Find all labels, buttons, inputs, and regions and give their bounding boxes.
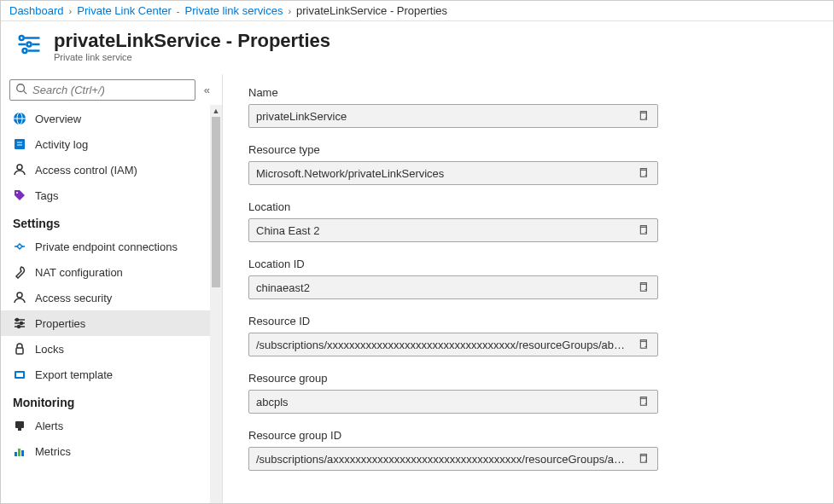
sidebar-item-locks[interactable]: Locks	[1, 336, 222, 362]
sidebar-item-access-security[interactable]: Access security	[1, 285, 222, 310]
sidebar-item-properties[interactable]: Properties	[1, 310, 222, 336]
main-content: Name privateLinkService Resource type Mi…	[223, 74, 833, 504]
wrench-icon	[13, 265, 26, 279]
sidebar-item-access-control[interactable]: Access control (IAM)	[1, 157, 222, 182]
svg-point-5	[23, 49, 27, 53]
svg-rect-30	[18, 428, 21, 431]
field-location: Location China East 2	[248, 200, 658, 242]
svg-point-0	[20, 36, 24, 40]
svg-point-23	[20, 322, 23, 325]
person-icon	[13, 291, 26, 304]
sidebar-scrollbar[interactable]: ▲	[210, 105, 222, 504]
sidebar-item-export-template[interactable]: Export template	[1, 362, 222, 387]
svg-point-7	[17, 84, 25, 92]
globe-icon	[13, 112, 26, 125]
scrollbar-thumb[interactable]	[212, 117, 220, 287]
svg-rect-36	[640, 227, 646, 234]
breadcrumb: Dashboard › Private Link Center - Privat…	[1, 1, 833, 21]
copy-icon[interactable]	[637, 223, 650, 237]
field-value-box: chinaeast2	[248, 275, 658, 299]
svg-rect-33	[21, 450, 24, 456]
svg-rect-39	[640, 398, 646, 405]
sidebar-item-alerts[interactable]: Alerts	[1, 413, 222, 438]
chevron-right-icon: ›	[69, 6, 73, 16]
breadcrumb-dashboard[interactable]: Dashboard	[9, 4, 64, 17]
sidebar-item-overview[interactable]: Overview	[1, 106, 222, 131]
svg-rect-26	[16, 348, 23, 354]
search-input[interactable]	[32, 84, 190, 96]
copy-icon[interactable]	[637, 281, 650, 294]
sidebar-item-label: Access security	[35, 292, 112, 304]
sidebar-item-label: Access control (IAM)	[35, 164, 137, 177]
svg-rect-35	[640, 170, 646, 177]
sidebar-item-label: Metrics	[35, 445, 71, 458]
svg-rect-34	[640, 113, 646, 119]
field-value-text: abcpls	[256, 396, 630, 408]
private-link-service-icon	[16, 32, 42, 57]
page-subtitle: Private link service	[54, 52, 330, 62]
sidebar-item-nat-configuration[interactable]: NAT configuration	[1, 259, 222, 285]
sidebar-item-label: Properties	[35, 317, 85, 330]
field-resource-group: Resource group abcpls	[248, 372, 658, 414]
sidebar-nav: Overview Activity log Access control (IA…	[1, 106, 222, 504]
sidebar-section-monitoring: Monitoring	[1, 387, 222, 413]
field-value-box: Microsoft.Network/privateLinkServices	[248, 161, 658, 185]
sidebar-item-private-endpoint-connections[interactable]: Private endpoint connections	[1, 234, 222, 259]
sidebar-item-tags[interactable]: Tags	[1, 182, 222, 208]
field-value-text: privateLinkService	[256, 110, 630, 123]
copy-icon[interactable]	[637, 166, 650, 180]
svg-rect-38	[640, 341, 646, 348]
sidebar-item-label: Export template	[35, 368, 113, 381]
field-value-box: abcpls	[248, 390, 658, 414]
breadcrumb-private-link-services[interactable]: Private link services	[185, 4, 283, 17]
page-header: privateLinkService - Properties Private …	[1, 21, 833, 74]
sidebar-item-label: Overview	[35, 113, 81, 125]
field-label: Resource type	[248, 143, 658, 156]
sidebar-item-label: NAT configuration	[35, 266, 123, 279]
copy-icon[interactable]	[637, 338, 650, 351]
field-value-text: China East 2	[256, 224, 630, 237]
sidebar-item-label: Private endpoint connections	[35, 240, 178, 253]
chart-icon	[13, 444, 26, 458]
field-label: Resource group	[248, 372, 658, 385]
search-input-container[interactable]	[9, 79, 195, 101]
collapse-sidebar-button[interactable]: «	[201, 84, 213, 96]
svg-rect-28	[16, 373, 23, 377]
field-value-text: /subscriptions/xxxxxxxxxxxxxxxxxxxxxxxxx…	[256, 339, 630, 351]
sidebar-item-label: Activity log	[35, 138, 88, 151]
sidebar-section-settings: Settings	[1, 208, 222, 234]
page-title: privateLinkService - Properties	[54, 30, 330, 52]
bell-icon	[13, 419, 26, 432]
sidebar-item-metrics[interactable]: Metrics	[1, 438, 222, 464]
svg-rect-12	[15, 139, 25, 149]
field-resource-type: Resource type Microsoft.Network/privateL…	[248, 143, 658, 185]
svg-point-15	[17, 165, 22, 170]
sidebar-item-activity-log[interactable]: Activity log	[1, 131, 222, 157]
tag-icon	[13, 188, 26, 202]
svg-rect-32	[18, 449, 20, 456]
field-resource-id: Resource ID /subscriptions/xxxxxxxxxxxxx…	[248, 315, 658, 356]
copy-icon[interactable]	[637, 452, 650, 466]
field-name: Name privateLinkService	[248, 86, 658, 128]
sliders-icon	[13, 316, 26, 330]
field-label: Name	[248, 86, 658, 99]
svg-rect-29	[15, 421, 24, 428]
copy-icon[interactable]	[637, 395, 650, 408]
search-icon	[15, 83, 27, 97]
sidebar: « Overview Activity log Access control (…	[1, 74, 223, 504]
field-value-box: privateLinkService	[248, 104, 658, 128]
breadcrumb-current: privateLinkService - Properties	[296, 4, 447, 17]
field-label: Location	[248, 200, 658, 213]
field-location-id: Location ID chinaeast2	[248, 258, 658, 299]
breadcrumb-private-link-center[interactable]: Private Link Center	[77, 4, 172, 17]
field-value-box: China East 2	[248, 218, 658, 242]
svg-point-21	[16, 319, 19, 322]
field-label: Location ID	[248, 258, 658, 270]
field-label: Resource ID	[248, 315, 658, 327]
svg-point-19	[17, 293, 22, 298]
svg-point-25	[18, 326, 20, 328]
dash-separator: -	[177, 6, 180, 16]
copy-icon[interactable]	[637, 109, 650, 123]
field-resource-group-id: Resource group ID /subscriptions/axxxxxx…	[248, 429, 658, 471]
scrollbar-up-arrow-icon[interactable]: ▲	[210, 105, 222, 117]
